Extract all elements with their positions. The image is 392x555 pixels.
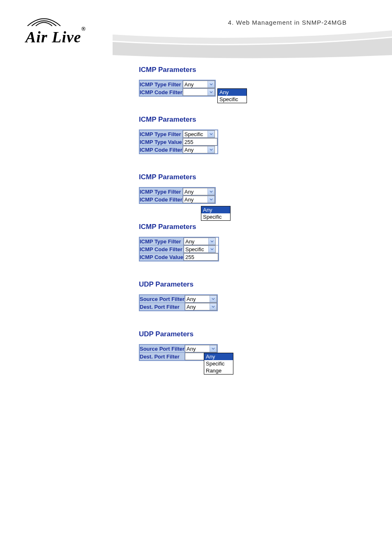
param-table: ICMP Type Filter Specific ICMP Type Valu… <box>139 130 218 154</box>
icmp-code-filter-select[interactable]: Specific <box>184 245 216 253</box>
row-label: Dest. Port Filter <box>139 353 185 361</box>
icmp-type-filter-select[interactable]: Specific <box>183 130 215 138</box>
param-table: Source Port Filter Any Dest. Port Filter… <box>139 294 218 311</box>
breadcrumb: 4. Web Management in SNMP-24MGB <box>228 19 347 26</box>
brand-logo: Air Live® <box>25 16 86 46</box>
dropdown-listbox[interactable]: Any Specific Range <box>204 353 233 375</box>
row-label: ICMP Code Filter <box>139 146 182 154</box>
row-label: ICMP Type Filter <box>139 237 183 245</box>
row-label: ICMP Type Value <box>139 138 182 146</box>
option-specific[interactable]: Specific <box>201 213 230 220</box>
row-label: ICMP Code Filter <box>139 196 182 204</box>
decorative-swoosh <box>113 30 392 63</box>
source-port-filter-select[interactable]: Any <box>185 345 217 352</box>
chevron-down-icon <box>208 246 215 252</box>
chevron-down-icon <box>208 188 214 195</box>
chevron-down-icon <box>208 89 214 95</box>
row-label: Source Port Filter <box>139 345 185 353</box>
option-any[interactable]: Any <box>204 353 233 360</box>
row-label: ICMP Code Filter <box>139 245 183 253</box>
chevron-down-icon <box>208 146 214 153</box>
row-label: ICMP Type Filter <box>139 80 182 88</box>
option-range[interactable]: Range <box>204 367 233 374</box>
icmp-type-filter-select[interactable]: Any <box>183 188 215 195</box>
icmp-type-value-input[interactable]: 255 <box>183 138 217 146</box>
chevron-down-icon <box>210 345 217 352</box>
chevron-down-icon <box>210 303 217 310</box>
dropdown-listbox[interactable]: Any Specific <box>201 206 231 221</box>
param-table: ICMP Type Filter Any ICMP Code Filter An… <box>139 187 216 204</box>
row-label: ICMP Code Value <box>139 253 183 261</box>
icmp-type-filter-select[interactable]: Any <box>183 81 215 88</box>
icmp-code-filter-select[interactable]: Any <box>183 196 215 203</box>
icmp-type-filter-select[interactable]: Any <box>184 238 216 245</box>
chevron-down-icon <box>208 131 214 137</box>
row-label: Dest. Port Filter <box>139 303 185 311</box>
section-title: UDP Parameters <box>139 280 369 289</box>
dropdown-listbox[interactable]: Any Specific <box>217 88 247 103</box>
dest-port-filter-select[interactable]: Any <box>185 303 217 310</box>
wifi-arc-icon <box>25 16 62 28</box>
param-table: ICMP Type Filter Any ICMP Code Filter Sp… <box>139 237 219 261</box>
option-specific[interactable]: Specific <box>204 360 233 367</box>
section-title: UDP Parameters <box>139 330 369 338</box>
source-port-filter-select[interactable]: Any <box>185 295 217 303</box>
section-title: ICMP Parameters <box>139 173 369 181</box>
row-label: Source Port Filter <box>139 295 185 303</box>
section-title: ICMP Parameters <box>139 116 369 124</box>
section-title: ICMP Parameters <box>139 223 369 231</box>
param-table: ICMP Type Filter Any ICMP Code Filter An… <box>139 80 216 97</box>
icmp-code-filter-select[interactable]: Any <box>183 88 215 96</box>
row-label: ICMP Type Filter <box>139 187 182 196</box>
chevron-down-icon <box>208 196 214 203</box>
chevron-down-icon <box>210 296 217 302</box>
chevron-down-icon <box>208 81 214 88</box>
icmp-code-value-input[interactable]: 255 <box>184 253 218 261</box>
row-label: ICMP Code Filter <box>139 88 182 97</box>
chevron-down-icon <box>208 238 215 245</box>
option-any[interactable]: Any <box>218 89 247 96</box>
section-title: ICMP Parameters <box>139 66 369 74</box>
icmp-code-filter-select[interactable]: Any <box>183 146 215 153</box>
option-specific[interactable]: Specific <box>218 96 247 103</box>
row-label: ICMP Type Filter <box>139 130 182 138</box>
option-any[interactable]: Any <box>201 206 230 213</box>
brand-name: Air Live® <box>25 28 86 46</box>
